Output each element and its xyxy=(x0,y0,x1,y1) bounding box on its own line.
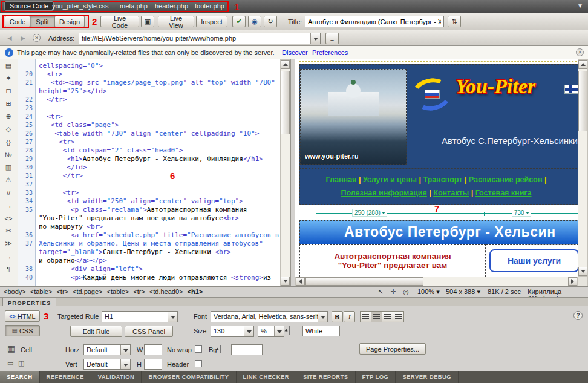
nav-link[interactable]: Расписание рейсов xyxy=(469,175,543,184)
targeted-rule-select[interactable]: H1 xyxy=(102,311,178,322)
code-line[interactable]: и обратно</a></p> xyxy=(18,257,280,265)
code-line[interactable]: 30 </td> xyxy=(18,163,280,172)
horz-align-select[interactable]: Default xyxy=(83,344,131,355)
scroll-down-icon[interactable] xyxy=(281,277,290,286)
nav-link[interactable]: Транспорт xyxy=(423,175,462,184)
code-line[interactable]: height="25"></td> xyxy=(18,87,280,96)
pane-splitter[interactable] xyxy=(290,59,295,286)
design-scroll-down-icon[interactable] xyxy=(578,267,587,276)
syntax-error-alerts-icon[interactable]: ⚠ xyxy=(0,174,17,186)
line-numbers-icon[interactable]: № xyxy=(0,148,17,161)
targeted-rule-dropdown-icon[interactable] xyxy=(168,312,177,322)
align-center-button[interactable] xyxy=(371,311,382,322)
design-view[interactable]: www.you-piter.ru You-Piter Автобус С.Пет… xyxy=(295,59,578,277)
code-line[interactable]: 20 <tr> xyxy=(18,70,280,79)
apply-comment-icon[interactable]: // xyxy=(0,186,17,199)
select-tool-icon[interactable]: ↖ xyxy=(375,287,386,296)
address-input[interactable]: file:///E|/WebServers/home/you-piter/www… xyxy=(79,33,321,44)
highlight-invalid-code-icon[interactable]: ▥ xyxy=(0,161,17,174)
move-css-icon[interactable]: ≫ xyxy=(0,237,17,250)
balance-braces-icon[interactable]: {} xyxy=(0,136,17,148)
window-size-select[interactable]: 504 x 388 ▾ xyxy=(446,288,480,296)
wrap-tag-icon[interactable]: <> xyxy=(0,212,17,224)
tag-tr-2[interactable]: <tr> xyxy=(133,288,145,295)
bg-color-swatch[interactable] xyxy=(220,345,221,353)
recent-snippets-icon[interactable]: ✂ xyxy=(0,224,17,237)
tag-td-head0[interactable]: <td.head0> xyxy=(149,288,183,295)
horz-dropdown-icon[interactable] xyxy=(120,345,130,355)
file-management-icon[interactable]: ⇅ xyxy=(448,16,461,27)
show-code-navigator-icon[interactable]: ✦ xyxy=(0,72,17,85)
code-line[interactable]: 26 <table width="730" align="center" cel… xyxy=(18,129,280,138)
design-scroll-up-icon[interactable] xyxy=(578,60,587,69)
properties-tab[interactable]: PROPERTIES xyxy=(2,298,56,307)
code-line[interactable]: 24 <tr> xyxy=(18,113,280,121)
code-line[interactable]: 31 </tr> xyxy=(18,172,280,180)
code-line[interactable]: по маршруту <br> xyxy=(18,223,280,231)
code-view[interactable]: cellspacing="0">20 <tr>21 <td><img src="… xyxy=(18,59,280,286)
code-line[interactable]: 38 <div align="left"> xyxy=(18,265,280,273)
refresh-icon[interactable]: ↻ xyxy=(264,16,277,27)
select-parent-tag-icon[interactable]: ◇ xyxy=(0,123,17,136)
close-info-bar-icon[interactable]: ✕ xyxy=(576,48,584,56)
merge-cells-icon[interactable]: ▭ xyxy=(7,359,13,367)
code-line[interactable]: "You-Piter" предлагает вам поездки на ав… xyxy=(18,214,280,223)
italic-button[interactable]: I xyxy=(344,311,355,322)
code-line[interactable]: 29 <h1>Автобус Петербург - Хельсинки, Фи… xyxy=(18,155,280,163)
page-properties-button[interactable]: Page Properties... xyxy=(359,343,426,355)
bold-button[interactable]: B xyxy=(332,311,343,322)
help-icon[interactable]: ? xyxy=(573,311,583,320)
indent-code-icon[interactable]: → xyxy=(0,250,17,263)
tab-site-reports[interactable]: SITE REPORTS xyxy=(296,371,355,383)
open-documents-icon[interactable]: ▤ xyxy=(0,59,17,72)
collapse-selection-icon[interactable]: ⊞ xyxy=(0,97,17,110)
tab-reference[interactable]: REFERENCE xyxy=(40,371,91,383)
preview-in-browser-icon[interactable]: ◉ xyxy=(248,16,261,27)
inspect-button[interactable]: Inspect xyxy=(196,16,227,27)
tag-table[interactable]: <table> xyxy=(30,288,53,295)
live-view-button[interactable]: Live View xyxy=(158,16,194,27)
back-icon[interactable]: ◄ xyxy=(6,34,13,42)
nav-link[interactable]: Главная xyxy=(326,175,357,184)
code-line[interactable]: 32 xyxy=(18,180,280,189)
tab-ftp-log[interactable]: FTP LOG xyxy=(356,371,396,383)
code-scrollbar-thumb[interactable] xyxy=(281,71,290,134)
size-select[interactable]: 130 xyxy=(211,326,254,337)
edit-rule-button[interactable]: Edit Rule xyxy=(70,326,122,337)
filter-icon[interactable]: ▼ xyxy=(577,2,583,9)
font-select[interactable]: Verdana, Arial, Helvetica, sans-serif xyxy=(211,311,328,322)
related-file-header[interactable]: header.php xyxy=(155,2,188,10)
code-line[interactable]: target="_blank">Санкт-Петербург - Хельси… xyxy=(18,248,280,257)
code-line[interactable]: 35 <p class="reclama">Автотранспортная к… xyxy=(18,206,280,214)
tag-table-2[interactable]: <table> xyxy=(107,288,129,295)
code-line[interactable]: 37Хельсинки и обратно. Цены и места отпр… xyxy=(18,240,280,248)
design-v-scrollbar-thumb[interactable] xyxy=(578,71,587,131)
text-color-swatch[interactable] xyxy=(289,326,290,335)
design-h-scrollbar-thumb[interactable] xyxy=(305,277,423,286)
bg-value-input[interactable] xyxy=(231,344,263,355)
forward-icon[interactable]: ► xyxy=(19,34,27,42)
tab-validation[interactable]: VALIDATION xyxy=(91,371,142,383)
color-value-input[interactable] xyxy=(302,326,340,336)
code-line[interactable]: 33 <tr> xyxy=(18,189,280,197)
header-checkbox[interactable] xyxy=(195,360,202,367)
nav-link[interactable]: Услуги и цены xyxy=(363,175,417,184)
live-code-button[interactable]: Live Code xyxy=(100,16,139,27)
source-code-tab[interactable]: Source Code xyxy=(4,1,54,11)
size-unit-select[interactable]: % xyxy=(258,326,284,337)
split-cell-icon[interactable]: ◫ xyxy=(18,359,24,367)
document-title-input[interactable] xyxy=(305,16,444,27)
code-line[interactable]: cellspacing="0"> xyxy=(18,62,280,70)
code-line[interactable]: 22 </tr> xyxy=(18,96,280,104)
zoom-tool-icon[interactable]: ◎ xyxy=(400,287,411,296)
hand-tool-icon[interactable]: ✛ xyxy=(388,287,399,296)
format-source-code-icon[interactable]: ¶ xyxy=(0,263,17,275)
unit-dropdown-icon[interactable] xyxy=(274,326,284,336)
font-dropdown-icon[interactable] xyxy=(318,312,327,322)
column-width-menu-left[interactable]: 250 (288) xyxy=(352,209,387,217)
tab-server-debug[interactable]: SERVER DEBUG xyxy=(396,371,459,383)
table-width-menu[interactable]: 730 xyxy=(512,209,531,217)
design-scroll-right-icon[interactable] xyxy=(568,277,577,286)
code-line[interactable]: 34 <td width="250" align="center" valign… xyxy=(18,197,280,206)
code-line[interactable]: 23 xyxy=(18,104,280,113)
